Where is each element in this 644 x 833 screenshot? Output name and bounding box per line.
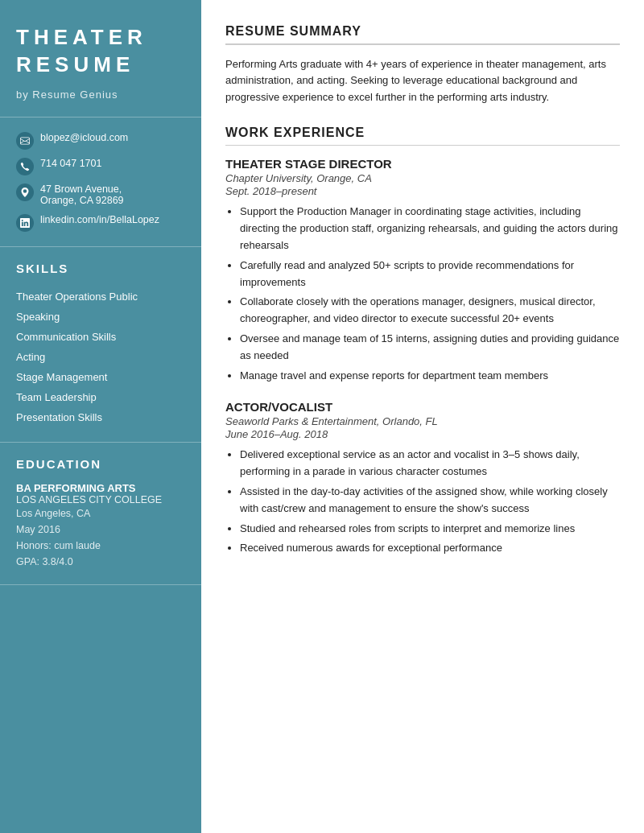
- email-text: blopez@icloud.com: [40, 132, 128, 143]
- job-date-1: June 2016–Aug. 2018: [225, 428, 620, 440]
- skills-section: SKILLS Theater Operations Public Speakin…: [0, 247, 201, 443]
- bullet-item: Carefully read and analyzed 50+ scripts …: [240, 258, 620, 291]
- job-company-1: Seaworld Parks & Entertainment, Orlando,…: [225, 415, 620, 427]
- job-entry-1: ACTOR/VOCALIST Seaworld Parks & Entertai…: [225, 400, 620, 557]
- address-contact: 47 Brown Avenue, Orange, CA 92869: [16, 184, 185, 206]
- summary-text: Performing Arts graduate with 4+ years o…: [225, 56, 620, 106]
- linkedin-contact: linkedin.com/in/BellaLopez: [16, 214, 185, 232]
- edu-school: LOS ANGELES CITY COLLEGE: [16, 494, 185, 505]
- skill-item: Presentation Skills: [16, 407, 185, 427]
- location-icon: [16, 184, 34, 201]
- job-date-0: Sept. 2018–present: [225, 185, 620, 197]
- sidebar: THEATER RESUME by Resume Genius blopez@i…: [0, 0, 201, 833]
- edu-honors: Honors: cum laude: [16, 538, 185, 554]
- job-entry-0: THEATER STAGE DIRECTOR Chapter Universit…: [225, 157, 620, 384]
- job-bullets-0: Support the Production Manager in coordi…: [225, 204, 620, 384]
- work-heading: WORK EXPERIENCE: [225, 126, 620, 140]
- skill-item: Theater Operations Public: [16, 287, 185, 307]
- education-section: EDUCATION BA PERFORMING ARTS LOS ANGELES…: [0, 443, 201, 585]
- email-contact: blopez@icloud.com: [16, 132, 185, 150]
- skill-item: Acting: [16, 347, 185, 367]
- sidebar-header: THEATER RESUME by Resume Genius: [0, 0, 201, 118]
- linkedin-icon: [16, 214, 34, 232]
- bullet-item: Oversee and manage team of 15 interns, a…: [240, 331, 620, 365]
- bullet-item: Assisted in the day-to-day activities of…: [240, 484, 620, 518]
- resume-title: THEATER RESUME: [16, 24, 185, 79]
- skill-item: Speaking: [16, 307, 185, 327]
- summary-heading: RESUME SUMMARY: [225, 24, 620, 39]
- bullet-item: Studied and rehearsed roles from scripts…: [240, 521, 620, 538]
- address-text: 47 Brown Avenue, Orange, CA 92869: [40, 184, 124, 206]
- phone-text: 714 047 1701: [40, 158, 101, 169]
- bullet-item: Received numerous awards for exceptional…: [240, 540, 620, 557]
- edu-degree: BA PERFORMING ARTS: [16, 482, 185, 494]
- education-item: BA PERFORMING ARTS LOS ANGELES CITY COLL…: [16, 482, 185, 570]
- bullet-item: Manage travel and expense reports for de…: [240, 368, 620, 385]
- skill-item: Stage Management: [16, 367, 185, 387]
- summary-divider: [225, 43, 620, 45]
- bullet-item: Collaborate closely with the operations …: [240, 294, 620, 328]
- edu-location: Los Angeles, CA: [16, 505, 185, 522]
- skill-item: Team Leadership: [16, 387, 185, 407]
- job-bullets-1: Delivered exceptional service as an acto…: [225, 447, 620, 557]
- main-content: RESUME SUMMARY Performing Arts graduate …: [201, 0, 644, 833]
- job-title-1: ACTOR/VOCALIST: [225, 400, 620, 414]
- bullet-item: Support the Production Manager in coordi…: [240, 204, 620, 254]
- phone-icon: [16, 158, 34, 175]
- job-company-0: Chapter University, Orange, CA: [225, 172, 620, 184]
- job-title-0: THEATER STAGE DIRECTOR: [225, 157, 620, 171]
- linkedin-text: linkedin.com/in/BellaLopez: [40, 214, 159, 225]
- resume-subtitle: by Resume Genius: [16, 89, 185, 101]
- phone-contact: 714 047 1701: [16, 158, 185, 175]
- skills-heading: SKILLS: [16, 262, 185, 275]
- work-divider: [225, 145, 620, 146]
- edu-gpa: GPA: 3.8/4.0: [16, 554, 185, 570]
- skill-item: Communication Skills: [16, 327, 185, 347]
- contact-section: blopez@icloud.com 714 047 1701 47 Brown …: [0, 118, 201, 247]
- email-icon: [16, 132, 34, 150]
- work-section: WORK EXPERIENCE THEATER STAGE DIRECTOR C…: [225, 126, 620, 557]
- edu-date: May 2016: [16, 522, 185, 538]
- bullet-item: Delivered exceptional service as an acto…: [240, 447, 620, 480]
- education-heading: EDUCATION: [16, 457, 185, 471]
- summary-section: RESUME SUMMARY Performing Arts graduate …: [225, 24, 620, 106]
- skills-list: Theater Operations Public Speaking Commu…: [16, 287, 185, 427]
